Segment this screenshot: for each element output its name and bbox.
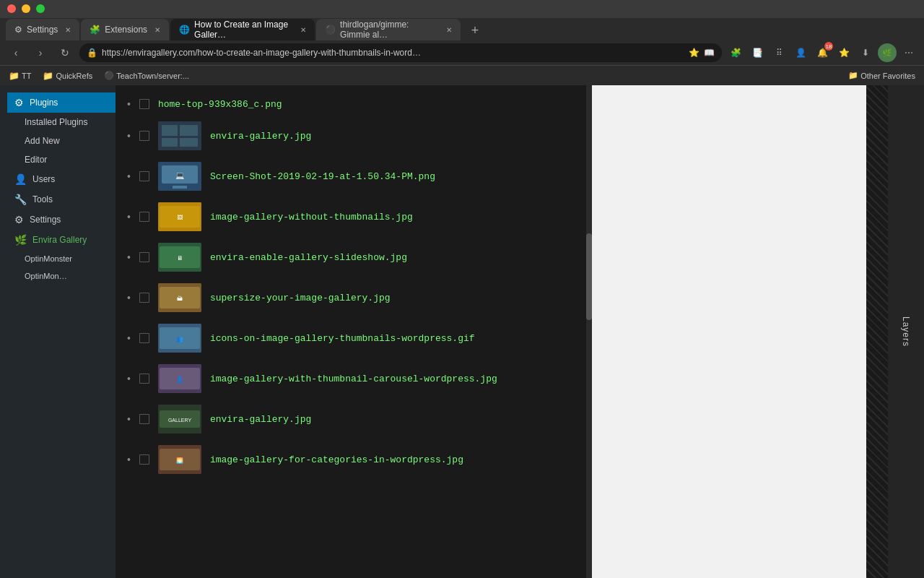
reader-mode-icon[interactable]: 📖: [704, 48, 715, 58]
file-item-5[interactable]: • 🖥 envira-enable-gallery-slideshow.jpg: [116, 237, 592, 277]
forward-button[interactable]: ›: [30, 43, 51, 63]
close-window-button[interactable]: [7, 4, 16, 13]
maximize-window-button[interactable]: [36, 4, 45, 13]
file-item-1[interactable]: • home-top-939x386_c.png: [116, 92, 592, 116]
profile-button[interactable]: 🌿: [878, 43, 897, 62]
browser-window: ⚙ Settings ✕ 🧩 Extensions ✕ 🌐 How to Cre…: [0, 0, 924, 578]
file-dropdown[interactable]: • home-top-939x386_c.png • envira-galler…: [116, 85, 592, 578]
close-tab-settings[interactable]: ✕: [65, 26, 71, 34]
bullet-7: •: [127, 332, 131, 344]
other-favorites[interactable]: 📁 Other Favorites: [845, 69, 918, 82]
filename-4: image-gallery-without-thumbnails.jpg: [210, 212, 413, 223]
checkbox-1[interactable]: [139, 99, 149, 109]
grid-button[interactable]: ⠿: [770, 43, 788, 62]
close-tab-gallery[interactable]: ✕: [300, 26, 306, 34]
nav-actions: 🧩 📑 ⠿ 👤 🔔 18 ⭐ ⬇ 🌿 ⋯: [726, 43, 918, 62]
scrollbar-thumb[interactable]: [586, 233, 592, 320]
extensions-button[interactable]: 🧩: [726, 43, 745, 62]
file-item-9[interactable]: • GALLERY envira-gallery.jpg: [116, 399, 592, 439]
sidebar-item-envira[interactable]: 🌿 Envira Gallery: [7, 230, 116, 250]
bookmark-tt[interactable]: 📁 TT: [6, 69, 34, 82]
checkbox-7[interactable]: [139, 333, 149, 343]
menu-button[interactable]: ⋯: [899, 43, 918, 62]
tab-settings[interactable]: ⚙ Settings ✕: [6, 19, 79, 40]
sidebar-item-optinmonster[interactable]: OptinMonster: [7, 250, 116, 267]
main-area: ⚙ Plugins Installed Plugins Add New Edit…: [0, 85, 924, 578]
sidebar-item-tools[interactable]: 🔧 Tools: [7, 189, 116, 210]
thumbnail-2: [158, 121, 201, 150]
tab-extensions[interactable]: 🧩 Extensions ✕: [81, 19, 169, 40]
filename-2: envira-gallery.jpg: [210, 131, 311, 142]
sidebar-item-plugins[interactable]: ⚙ Plugins: [7, 92, 116, 113]
add-new-label: Add New: [25, 136, 60, 146]
checkbox-5[interactable]: [139, 252, 149, 262]
svg-text:🖼: 🖼: [177, 215, 183, 221]
file-item-3[interactable]: • 💻 Screen-Shot-2019-02-19-at-1.50.34-PM…: [116, 156, 592, 197]
bookmark-teachtown[interactable]: ⚫ TeachTown/server:...: [101, 69, 192, 82]
svg-text:🖥: 🖥: [177, 255, 183, 262]
accounts-button[interactable]: 👤: [791, 43, 810, 62]
svg-rect-3: [162, 138, 178, 147]
checkbox-4[interactable]: [139, 212, 149, 222]
svg-text:🌅: 🌅: [176, 457, 183, 464]
file-item-2[interactable]: • envira-gallery.jpg: [116, 116, 592, 156]
svg-text:👥: 👥: [176, 335, 183, 342]
file-list: • home-top-939x386_c.png • envira-galler…: [116, 85, 592, 487]
file-item-7[interactable]: • 👥 icons-on-image-gallery-thumbnails-wo…: [116, 318, 592, 358]
settings-icon: ⚙: [14, 214, 24, 225]
bookmark-tt-label: TT: [22, 72, 31, 80]
tab-github[interactable]: ⚫ thirdlogan/gimme: Gimmie al… ✕: [316, 19, 461, 40]
bullet-9: •: [127, 413, 131, 425]
filename-9: envira-gallery.jpg: [210, 414, 311, 425]
notification-button[interactable]: 🔔 18: [813, 43, 832, 62]
checkbox-10[interactable]: [139, 454, 149, 465]
close-tab-extensions[interactable]: ✕: [154, 26, 160, 34]
bookmark-icon[interactable]: ⭐: [689, 48, 699, 58]
checkbox-6[interactable]: [139, 293, 149, 303]
wp-sidebar: ⚙ Plugins Installed Plugins Add New Edit…: [0, 85, 123, 578]
back-button[interactable]: ‹: [6, 43, 26, 63]
tools-label: Tools: [32, 194, 53, 204]
checkbox-3[interactable]: [139, 171, 149, 181]
gallery-tab-label: How to Create an Image Galler…: [194, 20, 293, 40]
users-label: Users: [32, 174, 55, 184]
bookmark-quickrefs[interactable]: 📁 QuickRefs: [40, 69, 95, 82]
address-bar[interactable]: 🔒 https://enviragallery.com/how-to-creat…: [79, 43, 722, 62]
installed-plugins-label: Installed Plugins: [25, 117, 87, 127]
bullet-10: •: [127, 454, 131, 465]
file-item-8[interactable]: • 👤 image-gallery-with-thumbnail-carouse…: [116, 358, 592, 399]
bullet-6: •: [127, 292, 131, 303]
sidebar-item-users[interactable]: 👤 Users: [7, 169, 116, 189]
sidebar-item-settings[interactable]: ⚙ Settings: [7, 210, 116, 230]
checkbox-8[interactable]: [139, 374, 149, 384]
bookmarks-bar: 📁 TT 📁 QuickRefs ⚫ TeachTown/server:... …: [0, 65, 924, 85]
checkbox-2[interactable]: [139, 131, 149, 141]
nav-bar: ‹ › ↻ 🔒 https://enviragallery.com/how-to…: [0, 40, 924, 65]
thumbnail-5: 🖥: [158, 243, 201, 272]
bookmark-star-button[interactable]: ⭐: [834, 43, 853, 62]
scrollbar-track[interactable]: [586, 85, 592, 578]
deco-panel: [866, 85, 888, 578]
minimize-window-button[interactable]: [22, 4, 30, 13]
file-item-10[interactable]: • 🌅 image-gallery-for-categories-in-word…: [116, 439, 592, 480]
sidebar-item-editor[interactable]: Editor: [7, 150, 116, 169]
thumbnail-3: 💻: [158, 162, 201, 191]
url-text: https://enviragallery.com/how-to-create-…: [102, 48, 421, 58]
folder-icon-2: 📁: [43, 71, 53, 81]
extensions-tab-icon: 🧩: [90, 25, 100, 35]
checkbox-9[interactable]: [139, 414, 149, 424]
sidebar-item-installed-plugins[interactable]: Installed Plugins: [7, 113, 116, 131]
reload-button[interactable]: ↻: [55, 43, 75, 63]
browser-chrome: ⚙ Settings ✕ 🧩 Extensions ✕ 🌐 How to Cre…: [0, 0, 924, 65]
bullet-1: •: [127, 98, 131, 110]
new-tab-button[interactable]: +: [465, 20, 485, 40]
tab-gallery[interactable]: 🌐 How to Create an Image Galler… ✕: [170, 19, 315, 40]
sidebar-item-optinmonster2[interactable]: OptinMon…: [7, 267, 116, 285]
close-tab-github[interactable]: ✕: [446, 26, 452, 34]
sidebar-item-add-new[interactable]: Add New: [7, 131, 116, 150]
layers-panel: Layers: [888, 85, 924, 578]
bookmarks-button[interactable]: 📑: [748, 43, 767, 62]
file-item-4[interactable]: • 🖼 image-gallery-without-thumbnails.jpg: [116, 197, 592, 237]
file-item-6[interactable]: • 🏔 supersize-your-image-gallery.jpg: [116, 277, 592, 318]
download-button[interactable]: ⬇: [856, 43, 875, 62]
